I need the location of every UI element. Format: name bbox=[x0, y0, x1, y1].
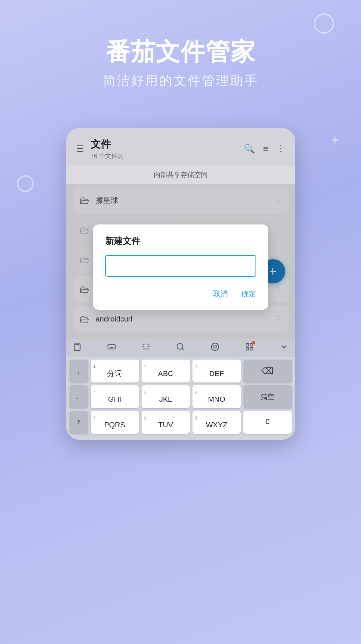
svg-rect-9 bbox=[250, 347, 253, 350]
search-icon[interactable]: 🔍 bbox=[244, 144, 255, 154]
key-fenchi[interactable]: 1 分词 bbox=[91, 360, 139, 382]
new-file-dialog: 新建文件 取消 确定 bbox=[93, 224, 268, 310]
app-header-title-group: 文件 76 个文件夹 bbox=[91, 137, 244, 160]
keyboard-toolbar bbox=[66, 339, 295, 357]
grid-badge bbox=[252, 341, 255, 344]
svg-point-3 bbox=[211, 343, 219, 350]
deco-plus-icon: + bbox=[331, 133, 339, 147]
svg-point-4 bbox=[213, 346, 214, 346]
app-title: 文件 bbox=[91, 137, 244, 151]
cursor-icon[interactable] bbox=[142, 342, 150, 354]
keyboard-row-3: ？ 7 PQRS 8 TUV 9 WXYZ 0 bbox=[69, 411, 292, 434]
key-wxyz[interactable]: 9 WXYZ bbox=[192, 411, 241, 434]
hero-title: 番茄文件管家 bbox=[0, 37, 361, 66]
svg-rect-6 bbox=[246, 343, 249, 346]
key-abc[interactable]: 2 ABC bbox=[142, 360, 190, 382]
storage-path: 内部共享存储空间 bbox=[66, 165, 295, 184]
svg-point-5 bbox=[216, 346, 216, 346]
search-toolbar-icon[interactable] bbox=[176, 342, 185, 354]
keyboard-row-1: ， 1 分词 2 ABC 3 DEF ⌫ bbox=[69, 360, 292, 382]
dialog-title: 新建文件 bbox=[105, 235, 256, 247]
app-header: ☰ 文件 76 个文件夹 🔍 ≡ ⋮ bbox=[66, 128, 295, 165]
dialog-actions: 取消 确定 bbox=[105, 286, 256, 302]
menu-icon[interactable]: ☰ bbox=[76, 144, 84, 154]
key-pqrs[interactable]: 7 PQRS bbox=[91, 411, 139, 434]
key-mno[interactable]: 6 MNO bbox=[192, 385, 241, 408]
key-backspace[interactable]: ⌫ bbox=[243, 360, 292, 382]
svg-rect-0 bbox=[76, 343, 79, 344]
svg-rect-8 bbox=[246, 347, 249, 350]
app-subtitle: 76 个文件夹 bbox=[91, 152, 244, 160]
hero-section: 番茄文件管家 简洁好用的文件管理助手 bbox=[0, 0, 361, 89]
hero-subtitle: 简洁好用的文件管理助手 bbox=[0, 72, 361, 89]
deco-circle-top-right bbox=[314, 13, 334, 34]
dialog-overlay: 新建文件 取消 确定 bbox=[66, 184, 295, 339]
key-zero[interactable]: 0 bbox=[243, 411, 292, 434]
phone-mockup: ☰ 文件 76 个文件夹 🔍 ≡ ⋮ 内部共享存储空间 🗁 擦星球 ⋮ 新建文件… bbox=[66, 128, 295, 440]
keyboard-keys: ， 1 分词 2 ABC 3 DEF ⌫ 。 4 GHI 5 bbox=[66, 357, 295, 440]
key-ghi[interactable]: 4 GHI bbox=[91, 385, 139, 408]
svg-rect-1 bbox=[108, 345, 115, 349]
key-tuv[interactable]: 8 TUV bbox=[142, 411, 190, 434]
clipboard-icon[interactable] bbox=[73, 342, 82, 354]
key-comma[interactable]: ， bbox=[69, 360, 88, 382]
chevron-down-icon[interactable] bbox=[279, 342, 288, 354]
grid-icon[interactable] bbox=[245, 342, 254, 354]
more-icon[interactable]: ⋮ bbox=[276, 144, 285, 154]
app-header-icons: 🔍 ≡ ⋮ bbox=[244, 144, 285, 154]
emoji-icon[interactable] bbox=[211, 342, 219, 354]
cancel-button[interactable]: 取消 bbox=[213, 286, 228, 302]
file-list: 🗁 擦星球 ⋮ 新建文件 取消 确定 🗁 ⋮ 🗁 ⋮ bbox=[66, 184, 295, 339]
keyboard-icon[interactable] bbox=[107, 342, 116, 354]
key-period[interactable]: 。 bbox=[69, 385, 88, 408]
key-clear[interactable]: 清空 bbox=[243, 385, 292, 408]
svg-point-2 bbox=[177, 343, 183, 349]
new-file-input[interactable] bbox=[105, 255, 256, 277]
key-question[interactable]: ？ bbox=[69, 411, 88, 434]
sort-icon[interactable]: ≡ bbox=[263, 144, 268, 154]
confirm-button[interactable]: 确定 bbox=[241, 286, 256, 302]
key-def[interactable]: 3 DEF bbox=[192, 360, 241, 382]
deco-circle-left bbox=[17, 175, 34, 192]
key-jkl[interactable]: 5 JKL bbox=[142, 385, 190, 408]
keyboard-row-2: 。 4 GHI 5 JKL 6 MNO 清空 bbox=[69, 385, 292, 408]
